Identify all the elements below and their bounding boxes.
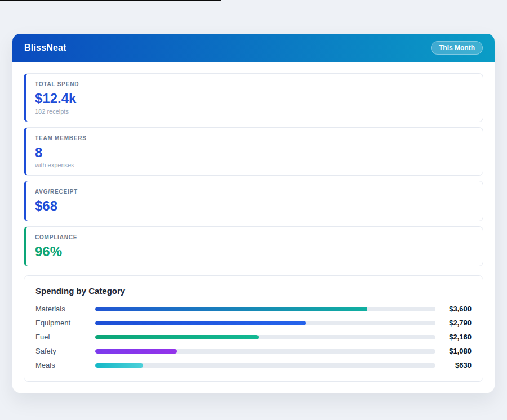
stat-value: 8 — [35, 145, 474, 160]
dashboard-card: BlissNeat This Month TOTAL SPEND $12.4k … — [12, 34, 495, 393]
window-edge — [0, 0, 221, 1]
bar-fill — [95, 363, 143, 368]
bar-track — [95, 307, 435, 311]
stat-label: TEAM MEMBERS — [35, 135, 474, 141]
stat-value: $12.4k — [35, 91, 474, 106]
stat-value: $68 — [35, 198, 474, 214]
stat-value: 96% — [35, 244, 474, 260]
bar-fill — [95, 307, 367, 311]
bar-row-fuel: Fuel $2,160 — [35, 332, 472, 342]
bar-track — [95, 335, 435, 339]
bar-fill — [95, 321, 306, 325]
app-title: BlissNeat — [24, 43, 66, 53]
stat-card-compliance: COMPLIANCE 96% — [24, 226, 483, 267]
stat-card-team-members: TEAM MEMBERS 8 with expenses — [24, 127, 483, 176]
bar-track — [95, 363, 435, 368]
stat-subtext: 182 receipts — [35, 108, 474, 115]
bar-category-label: Safety — [35, 347, 95, 355]
app-header: BlissNeat This Month — [12, 34, 495, 62]
card-body: TOTAL SPEND $12.4k 182 receipts TEAM MEM… — [12, 62, 495, 393]
bar-category-label: Fuel — [35, 333, 95, 341]
stat-card-avg-receipt: AVG/RECEIPT $68 — [24, 181, 483, 221]
bar-row-equipment: Equipment $2,790 — [35, 318, 472, 328]
bar-value-label: $2,160 — [442, 333, 472, 341]
bar-value-label: $630 — [442, 361, 472, 369]
stat-label: COMPLIANCE — [35, 234, 474, 240]
stat-label: TOTAL SPEND — [35, 81, 474, 87]
bar-value-label: $3,600 — [442, 305, 472, 313]
bar-track — [95, 349, 435, 354]
bar-track — [95, 321, 435, 325]
bar-value-label: $2,790 — [442, 319, 472, 327]
bar-fill — [95, 335, 259, 339]
stat-subtext: with expenses — [35, 162, 474, 168]
bar-category-label: Equipment — [35, 319, 95, 327]
period-badge[interactable]: This Month — [431, 41, 483, 55]
panel-title: Spending by Category — [35, 286, 472, 296]
bar-category-label: Materials — [35, 305, 95, 313]
bar-fill — [95, 349, 177, 354]
bar-row-materials: Materials $3,600 — [35, 304, 472, 314]
stat-label: AVG/RECEIPT — [35, 189, 474, 195]
page: BlissNeat This Month TOTAL SPEND $12.4k … — [0, 0, 507, 420]
bar-row-meals: Meals $630 — [35, 360, 472, 370]
bar-value-label: $1,080 — [442, 347, 472, 355]
stat-card-total-spend: TOTAL SPEND $12.4k 182 receipts — [24, 73, 483, 122]
bar-row-safety: Safety $1,080 — [35, 346, 472, 356]
bar-category-label: Meals — [35, 361, 95, 369]
spending-by-category-panel: Spending by Category Materials $3,600 Eq… — [24, 275, 483, 382]
